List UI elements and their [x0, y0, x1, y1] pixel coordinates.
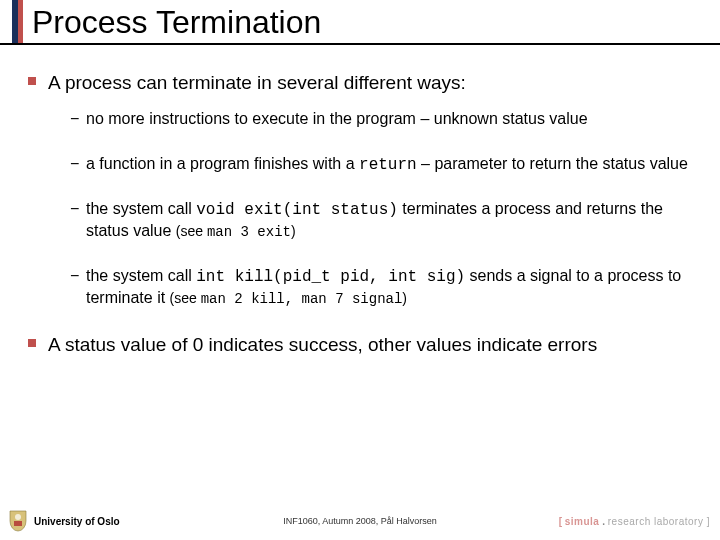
sub-bullet-item: no more instructions to execute in the p…	[70, 109, 692, 130]
slide: Process Termination A process can termin…	[0, 0, 720, 540]
bullet-text: A status value of 0 indicates success, o…	[48, 334, 597, 355]
simula-dot: .	[599, 516, 607, 527]
see-close: )	[402, 290, 407, 306]
sub-bullet-text: a function in a program finishes with a	[86, 155, 359, 172]
svg-rect-1	[14, 521, 22, 526]
uio-crest-icon	[8, 509, 28, 533]
code-text: int kill(pid_t pid, int sig)	[196, 268, 465, 286]
footer: University of Oslo INF1060, Autumn 2008,…	[0, 508, 720, 534]
title-block: Process Termination	[0, 0, 720, 43]
footer-course: INF1060, Autumn 2008, Pål Halvorsen	[283, 516, 437, 526]
footer-university: University of Oslo	[34, 516, 120, 527]
simula-rest: research laboratory ]	[608, 516, 710, 527]
bullet-item: A status value of 0 indicates success, o…	[28, 333, 692, 357]
bullet-text: A process can terminate in several diffe…	[48, 72, 466, 93]
sub-bullet-text: no more instructions to execute in the p…	[86, 110, 588, 127]
sub-bullet-item: a function in a program finishes with a …	[70, 154, 692, 176]
svg-point-0	[15, 514, 21, 520]
code-text: void exit(int status)	[196, 201, 398, 219]
code-text: man 3 exit	[207, 224, 291, 240]
sub-bullet-list: no more instructions to execute in the p…	[48, 109, 692, 309]
bullet-list: A process can terminate in several diffe…	[28, 71, 692, 356]
footer-simula: [ simula . research laboratory ]	[559, 516, 710, 527]
code-text: return	[359, 156, 417, 174]
see-open: (see	[170, 290, 201, 306]
slide-title: Process Termination	[26, 4, 720, 41]
title-accent-red	[18, 0, 23, 43]
see-note: (see man 3 exit)	[176, 223, 296, 239]
sub-bullet-text: the system call	[86, 267, 196, 284]
see-close: )	[291, 223, 296, 239]
sub-bullet-item: the system call int kill(pid_t pid, int …	[70, 266, 692, 309]
see-note: (see man 2 kill, man 7 signal)	[170, 290, 407, 306]
title-underline	[0, 43, 720, 45]
sub-bullet-item: the system call void exit(int status) te…	[70, 199, 692, 242]
code-text: man 2 kill, man 7 signal	[201, 291, 403, 307]
sub-bullet-text: the system call	[86, 200, 196, 217]
see-open: (see	[176, 223, 207, 239]
simula-word: simula	[565, 516, 600, 527]
bullet-item: A process can terminate in several diffe…	[28, 71, 692, 309]
sub-bullet-text: – parameter to return the status value	[417, 155, 688, 172]
content-area: A process can terminate in several diffe…	[0, 43, 720, 356]
